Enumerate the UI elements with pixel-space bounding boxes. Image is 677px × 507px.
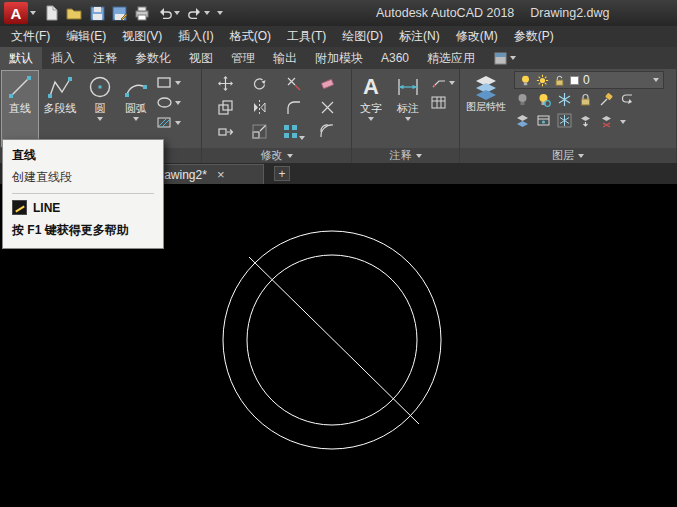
redo-button[interactable] bbox=[187, 6, 210, 20]
lock-icon bbox=[578, 92, 593, 107]
panel-label-layers[interactable]: 图层 bbox=[460, 148, 676, 163]
layer-previous-button[interactable] bbox=[620, 92, 635, 110]
command-line-icon bbox=[12, 200, 27, 215]
layer-freeze-button[interactable] bbox=[557, 92, 572, 110]
undo-caret-icon[interactable] bbox=[174, 11, 180, 15]
copy-button[interactable] bbox=[217, 99, 234, 119]
tab-view[interactable]: 视图 bbox=[180, 47, 222, 69]
dimension-button[interactable]: 标注 bbox=[388, 71, 428, 146]
panel-annotation-title: 注释 bbox=[390, 148, 412, 163]
new-tab-button[interactable]: + bbox=[274, 166, 290, 181]
menu-parametric[interactable]: 参数(P) bbox=[506, 26, 562, 47]
mirror-icon bbox=[251, 99, 268, 116]
rectangle-flyout-caret-icon bbox=[175, 81, 181, 85]
menu-dimension[interactable]: 标注(N) bbox=[391, 26, 448, 47]
rectangle-tool-button[interactable] bbox=[156, 75, 181, 90]
tab-annotate[interactable]: 注释 bbox=[84, 47, 126, 69]
menu-tools[interactable]: 工具(T) bbox=[279, 26, 334, 47]
scale-button[interactable] bbox=[251, 123, 268, 143]
title-bar: A bbox=[0, 0, 677, 26]
layer-match-button[interactable] bbox=[599, 92, 614, 110]
ellipse-tool-button[interactable] bbox=[156, 95, 181, 110]
layer-state-button[interactable] bbox=[536, 113, 551, 131]
layer-properties-button[interactable]: 图层特性 bbox=[463, 71, 509, 146]
qat-customize-caret-icon[interactable] bbox=[217, 11, 223, 15]
app-title-text: Autodesk AutoCAD 2018 bbox=[376, 6, 514, 20]
layer-isolate-button[interactable] bbox=[536, 92, 551, 110]
menu-format[interactable]: 格式(O) bbox=[222, 26, 279, 47]
mirror-button[interactable] bbox=[251, 99, 268, 119]
panel-modify: 修改 bbox=[202, 69, 352, 163]
tab-addins[interactable]: 附加模块 bbox=[306, 47, 372, 69]
layer-tools-flyout-caret-icon[interactable] bbox=[620, 120, 626, 124]
panel-label-modify[interactable]: 修改 bbox=[202, 148, 351, 163]
tab-output[interactable]: 输出 bbox=[264, 47, 306, 69]
stretch-button[interactable] bbox=[217, 123, 234, 143]
dimension-flyout-caret-icon bbox=[405, 117, 411, 121]
erase-button[interactable] bbox=[319, 75, 336, 95]
layer-lock-button[interactable] bbox=[578, 92, 593, 110]
menu-edit[interactable]: 编辑(E) bbox=[58, 26, 114, 47]
layer-merge-button[interactable] bbox=[578, 113, 593, 131]
menu-view[interactable]: 视图(V) bbox=[114, 26, 170, 47]
text-button-label: 文字 bbox=[360, 101, 382, 116]
polyline-button[interactable]: 多段线 bbox=[38, 71, 82, 146]
layer-off-button[interactable] bbox=[515, 92, 530, 110]
menu-file[interactable]: 文件(F) bbox=[3, 26, 58, 47]
menu-bar: 文件(F) 编辑(E) 视图(V) 插入(I) 格式(O) 工具(T) 绘图(D… bbox=[0, 26, 677, 47]
menu-modify[interactable]: 修改(M) bbox=[448, 26, 506, 47]
layer-walk-button[interactable] bbox=[515, 113, 530, 131]
circle-button[interactable]: 圆 bbox=[82, 71, 118, 146]
leader-button[interactable] bbox=[430, 75, 455, 90]
rectangle-icon bbox=[156, 75, 173, 90]
menu-draw[interactable]: 绘图(D) bbox=[334, 26, 391, 47]
logo-caret-icon[interactable] bbox=[30, 11, 36, 15]
arc-icon bbox=[123, 74, 149, 100]
open-button[interactable] bbox=[66, 6, 83, 20]
explode-button[interactable] bbox=[319, 99, 336, 119]
ribbon-tab-bar: 默认 插入 注释 参数化 视图 管理 输出 附加模块 A360 精选应用 bbox=[0, 47, 677, 69]
explode-icon bbox=[319, 99, 336, 116]
circle-button-label: 圆 bbox=[95, 101, 106, 116]
arc-flyout-caret-icon bbox=[133, 117, 139, 121]
tab-parametric[interactable]: 参数化 bbox=[126, 47, 180, 69]
match-layer-icon bbox=[599, 92, 614, 107]
menu-insert[interactable]: 插入(I) bbox=[170, 26, 221, 47]
tab-a360[interactable]: A360 bbox=[372, 47, 418, 69]
tooltip-help-text: 按 F1 键获得更多帮助 bbox=[12, 222, 154, 239]
line-button[interactable]: 直线 bbox=[2, 71, 38, 146]
offset-button[interactable] bbox=[319, 123, 336, 143]
quick-access-toolbar bbox=[44, 5, 223, 21]
tab-insert[interactable]: 插入 bbox=[42, 47, 84, 69]
fillet-icon bbox=[285, 99, 302, 116]
tab-home[interactable]: 默认 bbox=[0, 47, 42, 69]
sun-icon bbox=[536, 74, 549, 87]
layer-dropdown[interactable]: 0 bbox=[514, 71, 664, 89]
autocad-logo-button[interactable]: A bbox=[4, 2, 28, 24]
trim-button[interactable] bbox=[285, 75, 302, 95]
layer-freeze-vp-button[interactable] bbox=[557, 113, 572, 131]
hatch-icon bbox=[156, 115, 173, 130]
plot-button[interactable] bbox=[134, 6, 150, 21]
hatch-tool-button[interactable] bbox=[156, 115, 181, 130]
ribbon-options-button[interactable] bbox=[494, 47, 516, 69]
panel-layers: 图层特性 0 bbox=[460, 69, 677, 163]
panel-label-annotation[interactable]: 注释 bbox=[352, 148, 459, 163]
window-title: Autodesk AutoCAD 2018 Drawing2.dwg bbox=[376, 0, 610, 26]
tab-manage[interactable]: 管理 bbox=[222, 47, 264, 69]
layer-delete-button[interactable] bbox=[599, 113, 614, 131]
text-button[interactable]: A 文字 bbox=[354, 71, 388, 146]
move-button[interactable] bbox=[217, 75, 234, 95]
table-button[interactable] bbox=[430, 95, 455, 110]
close-tab-icon[interactable]: × bbox=[217, 168, 225, 181]
array-button[interactable] bbox=[282, 123, 305, 143]
redo-caret-icon[interactable] bbox=[204, 11, 210, 15]
tab-featured-apps[interactable]: 精选应用 bbox=[418, 47, 484, 69]
undo-button[interactable] bbox=[157, 6, 180, 20]
arc-button[interactable]: 圆弧 bbox=[118, 71, 154, 146]
save-button[interactable] bbox=[90, 6, 105, 21]
fillet-button[interactable] bbox=[285, 99, 302, 119]
rotate-button[interactable] bbox=[251, 75, 268, 95]
save-as-button[interactable] bbox=[112, 6, 127, 21]
new-drawing-button[interactable] bbox=[44, 5, 59, 21]
